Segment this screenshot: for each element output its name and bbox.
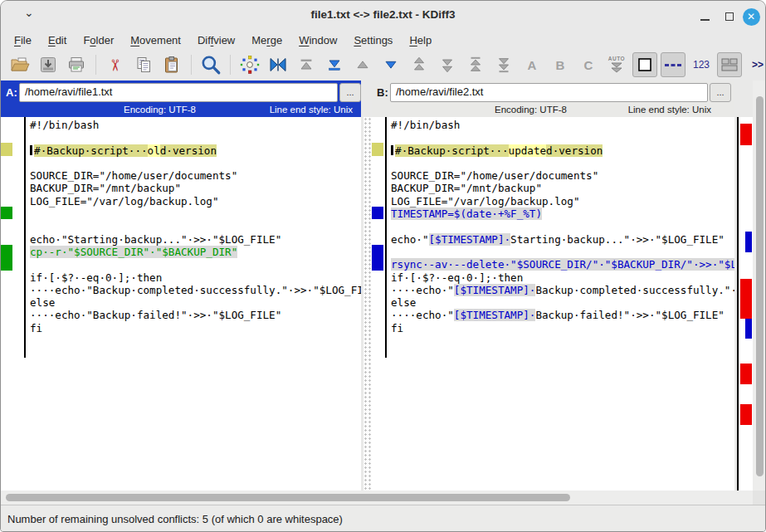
paste-icon — [162, 55, 182, 75]
cut-icon: ✂ — [105, 58, 124, 71]
menu-movement[interactable]: Movement — [122, 32, 189, 48]
scrollbar-corner — [753, 491, 766, 505]
file-a-selector-row: A: /home/ravi/file1.txt ... — [1, 81, 361, 105]
overview-red-block[interactable] — [740, 124, 752, 145]
first-delta-icon — [297, 56, 315, 74]
diff-overview-column[interactable] — [739, 117, 753, 491]
show-line-numbers-button[interactable]: 123 — [689, 52, 714, 77]
prev-unsolved-conflict-button[interactable] — [463, 52, 488, 77]
overview-blue-block[interactable] — [745, 232, 752, 252]
text-border-b — [385, 117, 387, 358]
pane-splitter[interactable] — [363, 117, 372, 491]
file-a-line-end-style: Line end style: Unix — [270, 105, 353, 115]
overview-red-block[interactable] — [740, 364, 752, 384]
delta-marker-blue — [372, 207, 383, 219]
code-line: BACKUP_DIR="/mnt/backup" — [30, 182, 361, 194]
cut-button[interactable]: ✂ — [103, 52, 128, 77]
code-line: LOG_FILE="/var/log/backup.log" — [30, 195, 361, 207]
kdiff3-bowtie-icon — [268, 55, 288, 75]
last-delta-button[interactable] — [322, 52, 347, 77]
file-b-info-bar: Encoding: UTF-8 Line end style: Unix — [372, 105, 734, 117]
delta-marker-column-a — [1, 117, 12, 491]
goto-line-button[interactable] — [266, 52, 290, 77]
code-line: LOG_FILE="/var/log/backup.log" — [391, 195, 734, 207]
menu-window[interactable]: Window — [290, 32, 345, 48]
vertical-scrollbar[interactable] — [753, 81, 766, 491]
next-conflict-button[interactable] — [435, 52, 460, 77]
kdiff3-window: ⌄ file1.txt <-> file2.txt - KDiff3 ✕ Fil… — [0, 0, 766, 532]
file-a-browse-button[interactable]: ... — [339, 83, 361, 102]
file-b-header: B: /home/ravi/file2.txt ... Encoding: UT… — [372, 81, 734, 117]
minimize-button[interactable] — [695, 7, 714, 26]
status-bar: Number of remaining unsolved conflicts: … — [1, 505, 765, 532]
next-unsolved-conflict-icon — [495, 56, 513, 74]
choose-a-button[interactable]: A — [520, 52, 544, 77]
file-b-path-input[interactable]: /home/ravi/file2.txt — [390, 83, 708, 102]
menu-help[interactable]: Help — [401, 32, 440, 48]
vertical-scrollbar-thumb[interactable] — [756, 96, 764, 476]
save-button[interactable] — [36, 52, 61, 77]
code-line: cp·-r·"$SOURCE_DIR"·"$BACKUP_DIR" — [30, 246, 361, 258]
menu-folder[interactable]: Folder — [75, 32, 122, 48]
diff-pane-a[interactable]: #!/bin/bash#·Backup·script···old·version… — [1, 117, 361, 491]
choose-b-button[interactable]: B — [548, 52, 573, 77]
prev-delta-button[interactable] — [350, 52, 375, 77]
paste-button[interactable] — [159, 52, 184, 77]
menu-diffview[interactable]: Diffview — [189, 32, 243, 48]
menu-edit[interactable]: Edit — [40, 32, 75, 48]
copy-button[interactable] — [131, 52, 156, 77]
show-whitespace-chars-icon — [663, 56, 683, 73]
show-whitespace-icon — [637, 56, 653, 73]
menu-merge[interactable]: Merge — [243, 32, 290, 48]
toolbar-separator — [95, 55, 96, 75]
prev-delta-icon — [354, 56, 372, 74]
auto-solve-icon — [610, 62, 623, 73]
file-a-header: A: /home/ravi/file1.txt ... Encoding: UT… — [1, 81, 361, 117]
prev-conflict-button[interactable] — [407, 52, 432, 77]
prev-conflict-icon — [410, 56, 428, 74]
next-unsolved-conflict-button[interactable] — [491, 52, 516, 77]
find-button[interactable] — [198, 52, 223, 77]
menu-bar: File Edit Folder Movement Diffview Merge… — [1, 31, 765, 49]
first-delta-button[interactable] — [294, 52, 319, 77]
code-line: if·[·$?·-eq·0·];·then — [30, 271, 361, 284]
go-current-delta-button[interactable] — [237, 52, 262, 77]
code-line: SOURCE_DIR="/home/user/documents" — [30, 169, 361, 182]
code-line — [391, 157, 734, 169]
overview-blue-block[interactable] — [745, 319, 752, 339]
minimize-icon — [700, 19, 710, 21]
diff-pane-b[interactable]: #!/bin/bash#·Backup·script···updated·ver… — [372, 117, 734, 491]
file-b-encoding: Encoding: UTF-8 — [495, 105, 567, 115]
code-line: #·Backup·script···old·version — [30, 144, 361, 157]
auto-solve-button[interactable]: AUTO — [604, 52, 629, 77]
print-button[interactable] — [64, 52, 89, 77]
copy-icon — [134, 55, 154, 75]
choose-c-button[interactable]: C — [576, 52, 601, 77]
horizontal-scrollbar[interactable] — [1, 491, 753, 505]
toolbar-overflow-button[interactable]: >> — [752, 59, 764, 71]
delta-marker-olive — [1, 143, 12, 156]
menu-settings[interactable]: Settings — [345, 32, 401, 48]
show-whitespace-button[interactable] — [632, 52, 657, 77]
overview-red-block[interactable] — [740, 279, 752, 319]
file-b-browse-button[interactable]: ... — [710, 83, 731, 102]
horizontal-scrollbar-thumb[interactable] — [6, 494, 570, 501]
overview-red-block[interactable] — [740, 404, 752, 425]
open-button[interactable] — [7, 52, 32, 77]
split-orientation-icon — [720, 56, 739, 73]
next-delta-button[interactable] — [378, 52, 403, 77]
delta-marker-olive — [372, 143, 383, 156]
split-orientation-button[interactable] — [717, 52, 742, 77]
title-bar: ⌄ file1.txt <-> file2.txt - KDiff3 ✕ — [1, 1, 765, 31]
menu-file[interactable]: File — [6, 32, 40, 48]
code-line: echo·"[$TIMESTAMP]·Starting·backup..."·>… — [391, 233, 734, 246]
file-a-path-input[interactable]: /home/ravi/file1.txt — [19, 83, 338, 102]
show-whitespace-chars-button[interactable] — [661, 52, 685, 77]
close-icon: ✕ — [743, 8, 760, 26]
code-line: TIMESTAMP=$(date·+%F_%T) — [391, 207, 734, 220]
find-icon — [200, 54, 222, 76]
close-button[interactable]: ✕ — [742, 7, 760, 26]
code-line: ····echo·"[$TIMESTAMP]·Backup·completed·… — [391, 284, 734, 296]
maximize-button[interactable] — [720, 7, 739, 26]
open-icon — [10, 55, 30, 75]
